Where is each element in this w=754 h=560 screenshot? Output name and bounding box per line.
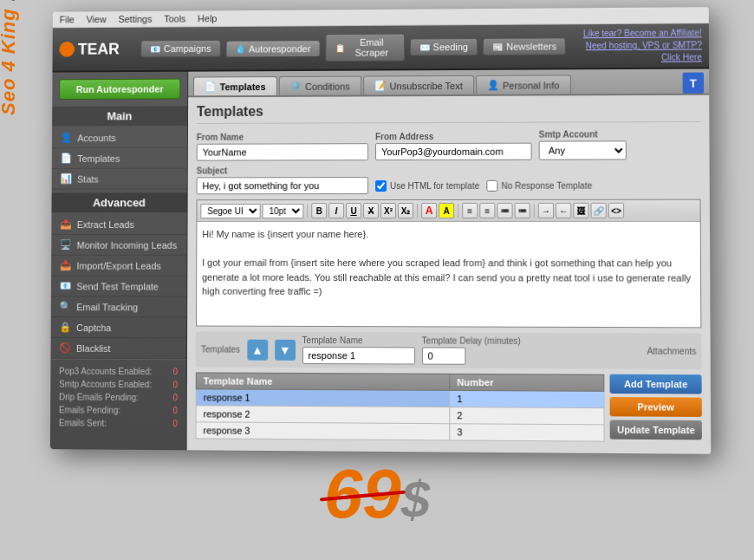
nav-newsletters[interactable]: 📰 Newsletters: [483, 37, 566, 55]
unordered-list-button[interactable]: ≔: [497, 203, 512, 218]
sidebar-item-monitor-leads[interactable]: 🖥️ Monitor Incoming Leads: [51, 235, 186, 256]
row2-number: 2: [450, 407, 604, 425]
menu-help[interactable]: Help: [198, 13, 217, 23]
source-button[interactable]: <>: [608, 203, 624, 218]
menu-settings[interactable]: Settings: [118, 14, 152, 24]
send-test-icon: 📧: [60, 280, 72, 291]
sidebar-item-accounts[interactable]: 👤 Accounts: [52, 127, 187, 148]
move-up-button[interactable]: ▲: [247, 339, 268, 360]
tab-unsubscribe[interactable]: 📝 Unsubscribe Text: [363, 75, 474, 95]
tab-templates-icon: 📄: [205, 81, 217, 92]
update-template-button[interactable]: Update Template: [610, 420, 702, 440]
template-delay-input[interactable]: [422, 347, 465, 364]
attachments-label: Attachments: [647, 346, 697, 355]
row2-name: response 2: [196, 406, 450, 424]
templates-table: Template Name Number response 1 1 respon…: [196, 372, 605, 441]
autoresponder-icon: 💧: [235, 44, 245, 54]
move-down-button[interactable]: ▼: [275, 339, 296, 360]
sidebar-advanced-title: Advanced: [52, 192, 187, 212]
font-size-select[interactable]: 10pt: [263, 204, 304, 218]
tab-conditions[interactable]: ⚙️ Conditions: [278, 76, 361, 95]
sidebar-item-stats[interactable]: 📊 Stats: [52, 169, 187, 190]
templates-label: Templates: [77, 153, 120, 163]
strikethrough-button[interactable]: X: [363, 203, 379, 218]
font-color-button[interactable]: A: [421, 203, 437, 218]
highlight-button[interactable]: A: [439, 203, 454, 218]
subject-label: Subject: [197, 166, 368, 175]
autoresponder-label: Autoresponder: [249, 43, 310, 54]
sidebar-item-send-test[interactable]: 📧 Send Test Template: [51, 276, 186, 296]
subject-input[interactable]: [197, 177, 369, 194]
from-name-group: From Name: [197, 132, 368, 160]
col-template-name: Template Name: [196, 373, 450, 391]
from-address-label: From Address: [375, 132, 532, 142]
insert-link-button[interactable]: 🔗: [591, 203, 607, 218]
indent-button[interactable]: →: [538, 203, 554, 218]
subscript-button[interactable]: X₂: [398, 203, 413, 218]
from-address-group: From Address: [375, 132, 532, 160]
tab-personal-label: Personal Info: [503, 80, 559, 90]
templates-panel: Templates From Name From Address Smtp Ac…: [187, 95, 712, 454]
templates-table-area: Template Name Number response 1 1 respon…: [196, 372, 702, 442]
use-html-checkbox[interactable]: [375, 180, 387, 192]
no-response-checkbox[interactable]: [486, 180, 497, 192]
from-name-input[interactable]: [197, 143, 368, 160]
sidebar-item-email-tracking[interactable]: 🔍 Email Tracking: [51, 296, 186, 317]
underline-button[interactable]: U: [346, 203, 361, 218]
font-family-select[interactable]: Segoe UI: [200, 204, 260, 218]
row1-name: response 1: [196, 389, 450, 407]
logo-text: TEAR: [78, 40, 120, 58]
seeding-label: Seeding: [433, 42, 468, 52]
sidebar-main-title: Main: [52, 106, 187, 126]
nav-campaigns[interactable]: 📧 Campaigns: [140, 40, 220, 57]
align-center-button[interactable]: ≡: [479, 203, 495, 218]
monitor-leads-icon: 🖥️: [60, 239, 72, 251]
sidebar-item-templates[interactable]: 📄 Templates: [52, 148, 187, 169]
run-autoresponder-button[interactable]: Run Autoresponder: [59, 79, 180, 100]
nav-email-scraper[interactable]: 📋 Email Scraper: [325, 34, 404, 62]
currency-symbol: $: [401, 470, 430, 530]
blacklist-icon: 🚫: [59, 342, 71, 354]
stat-emails-sent: Emails Sent: 0: [59, 416, 178, 430]
bold-button[interactable]: B: [311, 203, 327, 218]
stat-emails-pending: Emails Pending: 0: [59, 403, 178, 417]
blue-t-button[interactable]: T: [683, 73, 705, 94]
align-left-button[interactable]: ≡: [462, 203, 478, 218]
tab-personal-icon: 👤: [487, 80, 499, 91]
editor-scroll-area[interactable]: Hi! My name is {insert your name here}. …: [197, 222, 700, 327]
superscript-button[interactable]: X²: [380, 203, 396, 218]
from-address-input[interactable]: [375, 143, 532, 160]
sidebar-item-import-export[interactable]: 📥 Import/Export Leads: [51, 256, 186, 277]
menu-view[interactable]: View: [87, 14, 107, 24]
sidebar-item-extract-leads[interactable]: 📤 Extract Leads: [51, 214, 186, 235]
nav-autoresponder[interactable]: 💧 Autoresponder: [225, 40, 320, 56]
editor-body[interactable]: Hi! My name is {insert your name here}. …: [197, 222, 700, 327]
menu-file[interactable]: File: [60, 15, 75, 25]
italic-button[interactable]: I: [328, 203, 344, 218]
template-delay-label: Template Delay (minutes): [422, 335, 521, 345]
tab-templates[interactable]: 📄 Templates: [193, 76, 276, 95]
subject-group: Subject: [197, 166, 369, 194]
stat-smtp: Smtp Accounts Enabled: 0: [59, 378, 178, 392]
affiliate-line2[interactable]: Need hosting, VPS or SMTP? Click Here: [571, 39, 702, 64]
blacklist-label: Blacklist: [76, 342, 111, 353]
no-response-label-text: No Response Template: [501, 181, 592, 191]
sidebar-item-captcha[interactable]: 🔒 Captcha: [51, 317, 187, 338]
template-name-input[interactable]: [302, 347, 415, 365]
toolbar-sep-1: [307, 204, 308, 218]
sidebar-item-blacklist[interactable]: 🚫 Blacklist: [50, 338, 186, 360]
tab-personal-info[interactable]: 👤 Personal Info: [476, 75, 571, 94]
insert-image-button[interactable]: 🖼: [573, 203, 588, 218]
nav-seeding[interactable]: ✉️ Seeding: [410, 38, 478, 55]
table-row[interactable]: response 3 3: [196, 422, 604, 441]
preview-button[interactable]: Preview: [610, 397, 702, 417]
affiliate-line1[interactable]: Like tear? Become an Affiliate!: [571, 27, 702, 40]
smtp-account-select[interactable]: Any: [539, 140, 627, 160]
row3-name: response 3: [196, 422, 450, 440]
stats-icon: 📊: [60, 173, 72, 185]
ordered-list-button[interactable]: ≔: [515, 203, 530, 218]
menu-tools[interactable]: Tools: [164, 14, 185, 24]
outdent-button[interactable]: ←: [556, 203, 571, 218]
add-template-button[interactable]: Add Template: [610, 374, 702, 394]
watermark-suffix: .com: [0, 0, 19, 2]
